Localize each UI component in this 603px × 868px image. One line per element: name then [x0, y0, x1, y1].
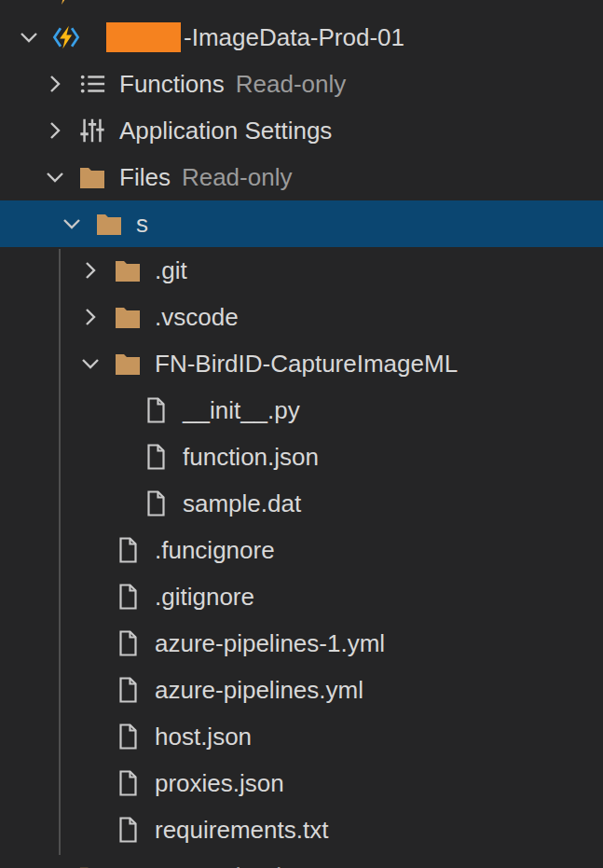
- tree-item-requirements-txt[interactable]: requirements.txt: [0, 806, 603, 853]
- indent-spacer: [106, 491, 130, 516]
- tree-item-host-json[interactable]: host.json: [0, 713, 603, 760]
- indent-spacer: [78, 538, 103, 562]
- folder-icon: [114, 350, 142, 378]
- file-icon: [114, 536, 142, 564]
- indent-spacer: [106, 445, 130, 469]
- tree-item-vscode[interactable]: .vscode: [0, 294, 603, 340]
- tree-item-sample-dat[interactable]: sample.dat: [0, 480, 603, 527]
- indent-spacer: [106, 398, 130, 422]
- tree-item-function-json[interactable]: function.json: [0, 434, 603, 480]
- redacted-text-overlay: [106, 22, 181, 52]
- file-icon: [142, 396, 170, 424]
- tree-item-label: .gitignore: [155, 583, 254, 612]
- chevron-right-icon[interactable]: [43, 118, 67, 143]
- folder-icon: [114, 303, 142, 331]
- tree-item-label: proxies.json: [155, 769, 284, 798]
- tree-item-application-settings[interactable]: Application Settings: [0, 107, 603, 154]
- file-icon: [114, 816, 142, 844]
- folder-icon: [114, 256, 142, 284]
- tree-item-label: FN-BirdID-CaptureImageML: [155, 350, 458, 379]
- chevron-right-icon[interactable]: [43, 864, 67, 868]
- sliders-icon: [78, 117, 106, 145]
- file-icon: [114, 583, 142, 611]
- tree-item-s[interactable]: s: [0, 200, 603, 247]
- tree-item-imagedata-prod-01[interactable]: -ImageData-Prod-01: [0, 14, 603, 61]
- file-icon: [142, 489, 170, 517]
- file-icon: [142, 443, 170, 471]
- list-icon: [78, 70, 106, 98]
- indent-spacer: [78, 771, 103, 795]
- tree-item-proxies-json[interactable]: proxies.json: [0, 760, 603, 806]
- folder-open-icon: [78, 862, 106, 868]
- azure-function-icon: [52, 23, 80, 51]
- tree-item-label: s: [136, 210, 148, 239]
- tree-item-label: host.json: [155, 723, 252, 751]
- tree-item-git[interactable]: .git: [0, 247, 603, 294]
- tree-item-label: .git: [155, 256, 187, 285]
- read-only-badge: Read-only: [182, 163, 293, 192]
- indent-spacer: [78, 631, 103, 655]
- chevron-down-icon[interactable]: [60, 212, 84, 236]
- tree-item-fn-birdid-captureimageml[interactable]: FN-BirdID-CaptureImageML: [0, 340, 603, 387]
- tree-item-funcignore[interactable]: .funcignore: [0, 527, 603, 573]
- chevron-right-icon[interactable]: [78, 305, 103, 329]
- tree-item-label: Application Settings: [119, 117, 332, 145]
- tree-item-init-py[interactable]: __init__.py: [0, 387, 603, 434]
- indent-spacer: [78, 818, 103, 842]
- tree-item-label: Elmbrook-Launch-Production: [93, 0, 407, 6]
- tree-rows-container: Elmbrook-Launch-Production -ImageData-Pr…: [0, 0, 603, 868]
- read-only-badge: Read-only: [183, 862, 294, 868]
- indent-spacer: [78, 585, 103, 609]
- tree-item-label: .vscode: [155, 303, 239, 332]
- file-icon: [114, 676, 142, 704]
- tree-item-files[interactable]: Files Read-only: [0, 154, 603, 200]
- tree-item-label: azure-pipelines.yml: [155, 676, 363, 705]
- chevron-down-icon[interactable]: [78, 351, 103, 376]
- indent-spacer: [17, 0, 41, 3]
- tree-item-azure-pipelines-yml[interactable]: azure-pipelines.yml: [0, 667, 603, 713]
- file-icon: [114, 769, 142, 797]
- chevron-down-icon[interactable]: [17, 25, 41, 49]
- bolt-icon: [52, 0, 80, 5]
- tree-item-label: Logs: [119, 862, 171, 868]
- folder-icon: [78, 163, 106, 191]
- file-explorer-panel: Elmbrook-Launch-Production -ImageData-Pr…: [0, 0, 603, 868]
- folder-icon: [95, 210, 123, 238]
- tree-item-gitignore[interactable]: .gitignore: [0, 573, 603, 620]
- tree-item-functions[interactable]: Functions Read-only: [0, 61, 603, 107]
- read-only-badge: Read-only: [236, 70, 347, 99]
- indent-spacer: [78, 678, 103, 702]
- tree-item-elmbrook-launch-production[interactable]: Elmbrook-Launch-Production: [0, 0, 603, 14]
- tree-item-label: azure-pipelines-1.yml: [155, 629, 385, 658]
- tree-item-label: -ImageData-Prod-01: [184, 23, 404, 52]
- indent-guide: [59, 249, 61, 855]
- tree-item-label: function.json: [183, 443, 319, 472]
- file-icon: [114, 629, 142, 657]
- tree-item-label: requirements.txt: [155, 816, 328, 845]
- chevron-down-icon[interactable]: [43, 165, 67, 189]
- tree-item-label: .funcignore: [155, 536, 275, 565]
- tree-item-azure-pipelines-1-yml[interactable]: azure-pipelines-1.yml: [0, 620, 603, 667]
- chevron-right-icon[interactable]: [43, 72, 67, 96]
- tree-item-label: Files: [119, 163, 171, 192]
- indent-spacer: [78, 724, 103, 749]
- file-icon: [114, 723, 142, 751]
- chevron-right-icon[interactable]: [78, 258, 103, 282]
- tree-item-logs[interactable]: Logs Read-only: [0, 853, 603, 868]
- tree-item-label: __init__.py: [183, 396, 300, 425]
- tree-item-label: Functions: [119, 70, 225, 99]
- tree-item-label: sample.dat: [183, 489, 301, 518]
